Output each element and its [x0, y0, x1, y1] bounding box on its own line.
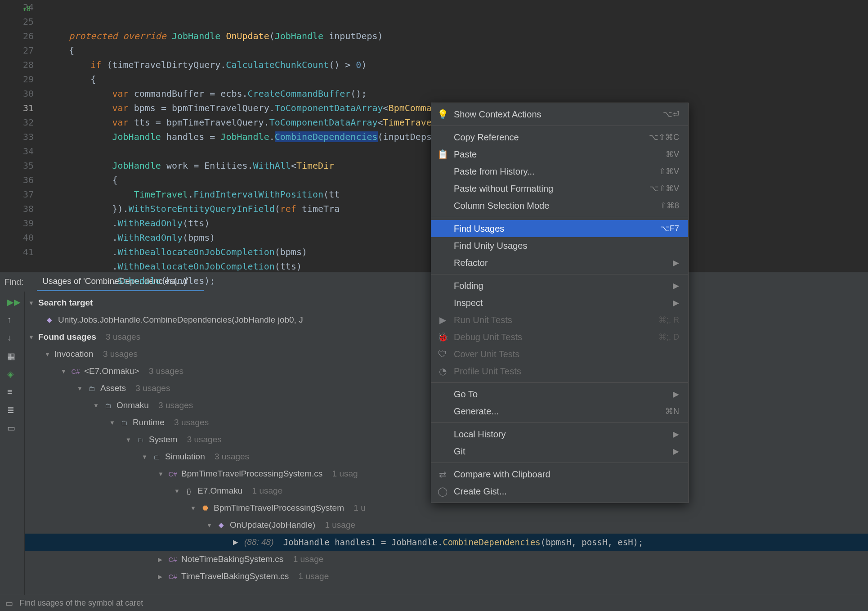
github-icon: ◯ — [438, 486, 447, 497]
file-time-travel-baking[interactable]: ▶C#TimeTravelBakingSystem.cs 1 usage — [25, 568, 868, 585]
submenu-icon: ▶ — [673, 446, 679, 456]
folder-icon: 🗀 — [103, 400, 113, 410]
status-text: Find usages of the symbol at caret — [19, 598, 143, 608]
submenu-icon: ▶ — [673, 281, 679, 291]
group-by-icon[interactable]: ▦ — [7, 351, 17, 361]
menu-debug-unit-tests: 🐞Debug Unit Tests⌘;, D — [431, 328, 688, 346]
menu-generate[interactable]: Generate...⌘N — [431, 403, 688, 420]
menu-profile-unit-tests: ◔Profile Unit Tests — [431, 363, 688, 380]
namespace-icon: {} — [184, 486, 194, 496]
shield-icon: 🛡 — [438, 349, 447, 359]
context-menu[interactable]: 💡 Show Context Actions⌥⏎ Copy Reference⌥… — [431, 103, 689, 503]
find-label: Find: — [4, 277, 23, 287]
folder-icon: 🗀 — [119, 418, 129, 427]
folder-icon: 🗀 — [152, 452, 161, 462]
menu-local-history[interactable]: Local History▶ — [431, 426, 688, 443]
diff-icon[interactable]: ◈ — [7, 369, 17, 379]
menu-run-unit-tests: ▶Run Unit Tests⌘;, R — [431, 311, 688, 328]
find-usages-toolbar: ▶▶ ↑ ↓ ▦ ◈ ≡ ≣ ▭ — [0, 292, 25, 595]
csharp-file-icon: C# — [168, 571, 178, 581]
menu-copy-reference[interactable]: Copy Reference⌥⇧⌘C — [431, 129, 688, 146]
folder-icon: 🗀 — [87, 383, 97, 393]
menu-create-gist[interactable]: ◯Create Gist... — [431, 483, 688, 500]
menu-show-context-actions[interactable]: 💡 Show Context Actions⌥⏎ — [431, 106, 688, 123]
bug-icon: 🐞 — [438, 332, 447, 342]
menu-paste[interactable]: 📋Paste⌘V — [431, 146, 688, 163]
layout-settings-icon[interactable]: ▭ — [7, 423, 17, 433]
hit-code: JobHandle handles1 = JobHandle.CombineDe… — [283, 537, 644, 547]
stopwatch-icon: ◔ — [438, 366, 447, 377]
method-icon: ◆ — [216, 520, 226, 530]
rerun-icon[interactable]: ▶▶ — [7, 297, 17, 307]
class-icon: ⬣ — [200, 503, 210, 513]
package-icon: ◆ — [45, 315, 54, 325]
usage-hit[interactable]: ▶ (88: 48) JobHandle handles1 = JobHandl… — [25, 534, 868, 551]
collapse-all-icon[interactable]: ≣ — [7, 405, 17, 415]
menu-go-to[interactable]: Go To▶ — [431, 386, 688, 403]
prev-occurrence-icon[interactable]: ↑ — [7, 315, 17, 325]
play-icon: ▶ — [438, 314, 447, 325]
bulb-icon: 💡 — [438, 109, 447, 120]
menu-folding[interactable]: Folding▶ — [431, 277, 688, 294]
menu-cover-unit-tests: 🛡Cover Unit Tests — [431, 346, 688, 363]
submenu-icon: ▶ — [673, 429, 679, 439]
next-occurrence-icon[interactable]: ↓ — [7, 333, 17, 343]
menu-compare-clipboard[interactable]: ⇄Compare with Clipboard — [431, 466, 688, 483]
menu-column-selection[interactable]: Column Selection Mode⇧⌘8 — [431, 197, 688, 214]
submenu-icon: ▶ — [673, 298, 679, 308]
menu-paste-history[interactable]: Paste from History...⇧⌘V — [431, 163, 688, 180]
method-node[interactable]: ▼◆OnUpdate(JobHandle) 1 usage — [25, 517, 868, 534]
status-icon: ▭ — [5, 598, 13, 608]
file-note-time-baking[interactable]: ▶C#NoteTimeBakingSystem.cs 1 usage — [25, 551, 868, 568]
status-bar: ▭ Find usages of the symbol at caret — [0, 595, 868, 611]
submenu-icon: ▶ — [673, 258, 679, 268]
menu-paste-plain[interactable]: Paste without Formatting⌥⇧⌘V — [431, 180, 688, 197]
csharp-project-icon: C# — [71, 366, 81, 376]
menu-refactor[interactable]: Refactor▶ — [431, 254, 688, 271]
vcs-marker-icon: ↑0 — [22, 2, 31, 16]
hit-location: (88: 48) — [244, 537, 273, 547]
clipboard-icon: 📋 — [438, 149, 447, 160]
expand-all-icon[interactable]: ≡ — [7, 387, 17, 397]
csharp-file-icon: C# — [168, 469, 178, 479]
csharp-file-icon: C# — [168, 554, 178, 564]
menu-find-usages[interactable]: Find Usages⌥F7 — [431, 220, 688, 237]
submenu-icon: ▶ — [673, 389, 679, 399]
folder-icon: 🗀 — [135, 435, 145, 445]
play-icon: ▶ — [231, 537, 241, 547]
menu-git[interactable]: Git▶ — [431, 443, 688, 460]
menu-find-unity-usages[interactable]: Find Unity Usages — [431, 237, 688, 254]
menu-inspect[interactable]: Inspect▶ — [431, 294, 688, 311]
diff-icon: ⇄ — [438, 469, 447, 480]
line-number-gutter: ↑0 24252627 28293031 32333435 36373839 4… — [0, 0, 47, 272]
